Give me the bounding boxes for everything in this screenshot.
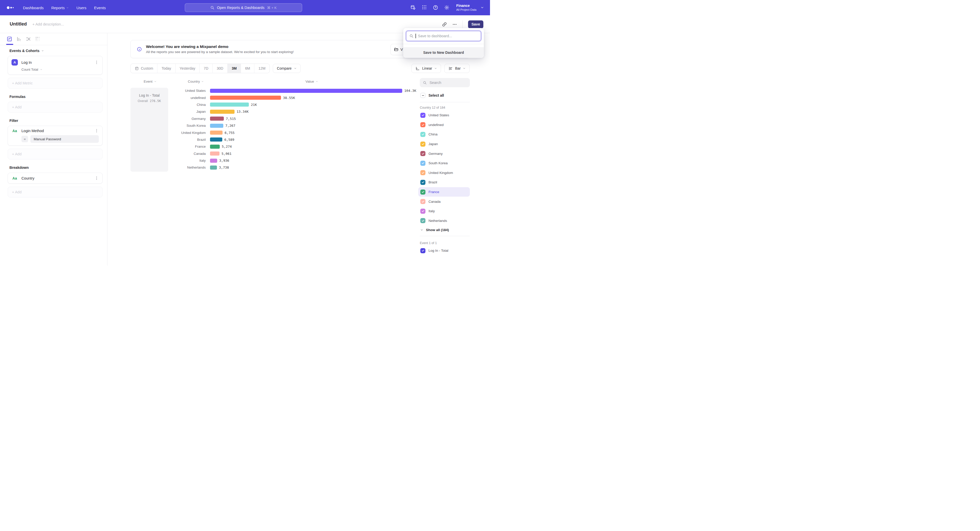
bar-canada[interactable] (210, 152, 220, 155)
mixpanel-logo-icon[interactable] (6, 5, 16, 11)
add-breakdown-button[interactable]: + Add (8, 187, 103, 197)
bar-netherlands[interactable] (210, 165, 217, 170)
breakdown-card-country[interactable]: Aa Country (8, 173, 103, 184)
apps-grid-icon[interactable] (422, 5, 427, 10)
country-filter-row-brazil[interactable]: Brazil (418, 178, 470, 187)
country-filter-row-united-kingdom[interactable]: United Kingdom (418, 168, 470, 178)
country-checkbox[interactable] (420, 122, 425, 127)
save-dashboard-search-input[interactable]: Save to dashboard... (406, 31, 481, 41)
bar-south-korea[interactable] (210, 124, 223, 128)
report-title[interactable]: Untitled (10, 21, 27, 27)
event-summary-cell[interactable]: Log In - Total Overall 276.5K (130, 88, 168, 172)
country-filter-row-united-states[interactable]: United States (418, 111, 470, 120)
country-checkbox[interactable] (420, 190, 425, 195)
range-7d[interactable]: 7D (200, 64, 213, 73)
bar-germany[interactable] (210, 117, 224, 120)
filter-card-login-method[interactable]: Aa Login Method = Manual Password (8, 126, 103, 146)
help-icon[interactable] (433, 5, 438, 10)
country-checkbox[interactable] (420, 199, 425, 204)
nav-item-users[interactable]: Users (76, 6, 86, 10)
bar-china[interactable] (210, 103, 249, 106)
add-metric-button[interactable]: + Add Metric (8, 78, 103, 89)
events-cohorts-label[interactable]: Events & Cohorts (10, 49, 103, 53)
legend-search-input[interactable] (429, 80, 467, 85)
column-header-event[interactable]: Event (144, 79, 156, 83)
country-filter-row-canada[interactable]: Canada (418, 197, 470, 206)
nav-item-events[interactable]: Events (94, 6, 106, 10)
tab-flows-icon[interactable] (25, 36, 31, 42)
country-checkbox[interactable] (420, 161, 425, 166)
range-custom[interactable]: Custom (130, 64, 158, 73)
event-checkbox[interactable] (420, 248, 425, 253)
country-checkbox[interactable] (420, 209, 425, 214)
country-checkbox[interactable] (420, 170, 425, 175)
more-options-icon[interactable] (452, 22, 457, 27)
save-to-new-dashboard-button[interactable]: Save to New Dashboard (403, 47, 484, 58)
settings-gear-icon[interactable] (444, 5, 449, 10)
country-checkbox[interactable] (420, 141, 425, 147)
data-pipelines-icon[interactable] (410, 5, 416, 10)
save-button[interactable]: Save (468, 21, 484, 28)
overall-label: Overall (138, 99, 148, 103)
kebab-menu-icon[interactable] (94, 60, 99, 65)
column-header-value[interactable]: Value (305, 79, 318, 83)
range-label: 6M (245, 66, 250, 70)
tab-insights-icon[interactable] (6, 36, 12, 42)
country-checkbox[interactable] (420, 113, 425, 118)
copy-link-icon[interactable] (442, 22, 447, 27)
breakdown-property-name[interactable]: Country (21, 176, 35, 180)
country-filter-row-netherlands[interactable]: Netherlands (418, 216, 470, 226)
bar-japan[interactable] (210, 110, 234, 114)
bar-brazil[interactable] (210, 138, 222, 141)
range-30d[interactable]: 30D (213, 64, 228, 73)
column-header-country[interactable]: Country (188, 79, 204, 83)
tab-retention-icon[interactable] (35, 36, 41, 42)
bar-italy[interactable] (210, 159, 217, 163)
country-filter-row-germany[interactable]: Germany (418, 149, 470, 159)
bar-united-states[interactable] (210, 89, 402, 93)
linear-scale-button[interactable]: Linear (411, 64, 441, 73)
country-checkbox[interactable] (420, 180, 425, 185)
nav-item-reports[interactable]: Reports (51, 6, 69, 10)
filter-property-name[interactable]: Login Method (21, 129, 44, 133)
kebab-menu-icon[interactable] (94, 176, 99, 180)
nav-item-dashboards[interactable]: Dashboards (23, 6, 44, 10)
country-filter-row-japan[interactable]: Japan (418, 139, 470, 149)
event-filter-row-log-in-total[interactable]: Log In - Total (418, 246, 470, 255)
select-all-row[interactable]: Select all (420, 93, 470, 98)
bar-value: 3,936 (219, 159, 229, 162)
kebab-menu-icon[interactable] (94, 128, 99, 133)
filter-value-selector[interactable]: Manual Password (30, 135, 99, 143)
legend-search[interactable] (420, 78, 470, 87)
country-checkbox[interactable] (420, 151, 425, 156)
range-6m[interactable]: 6M (241, 64, 254, 73)
operator-selector[interactable]: = (21, 136, 28, 142)
bar-chart-type-button[interactable]: Bar (444, 64, 469, 73)
aggregation-selector[interactable]: Count Total (21, 68, 99, 71)
country-filter-row-france[interactable]: France (418, 187, 470, 197)
add-filter-button[interactable]: + Add (8, 149, 103, 159)
country-filter-row-italy[interactable]: Italy (418, 206, 470, 216)
country-filter-row-south-korea[interactable]: South Korea (418, 159, 470, 168)
metric-card-log-in[interactable]: A Log In Count Total (8, 56, 103, 75)
add-description-button[interactable]: + Add description... (32, 22, 64, 26)
show-all-button[interactable]: Show all (184) (420, 228, 470, 232)
country-checkbox[interactable] (420, 218, 425, 223)
range-12m[interactable]: 12M (255, 64, 269, 73)
country-checkbox[interactable] (420, 132, 425, 137)
range-yesterday[interactable]: Yesterday (176, 64, 200, 73)
metric-name[interactable]: Log In (21, 60, 32, 65)
bar-france[interactable] (210, 144, 220, 149)
tab-funnels-icon[interactable] (16, 36, 22, 42)
compare-button[interactable]: Compare (273, 64, 301, 73)
country-filter-row-undefined[interactable]: undefined (418, 120, 470, 130)
range-3m[interactable]: 3M (228, 64, 241, 73)
add-formula-button[interactable]: + Add (8, 102, 103, 113)
range-today[interactable]: Today (158, 64, 175, 73)
country-filter-row-china[interactable]: China (418, 130, 470, 139)
global-search[interactable]: Open Reports & Dashboards ⌘ + K (185, 3, 302, 12)
project-switcher[interactable]: Finance All Project Data (456, 3, 484, 12)
bar-undefined[interactable] (210, 96, 281, 100)
bar-united-kingdom[interactable] (210, 131, 223, 135)
select-all-checkbox[interactable] (420, 93, 425, 98)
